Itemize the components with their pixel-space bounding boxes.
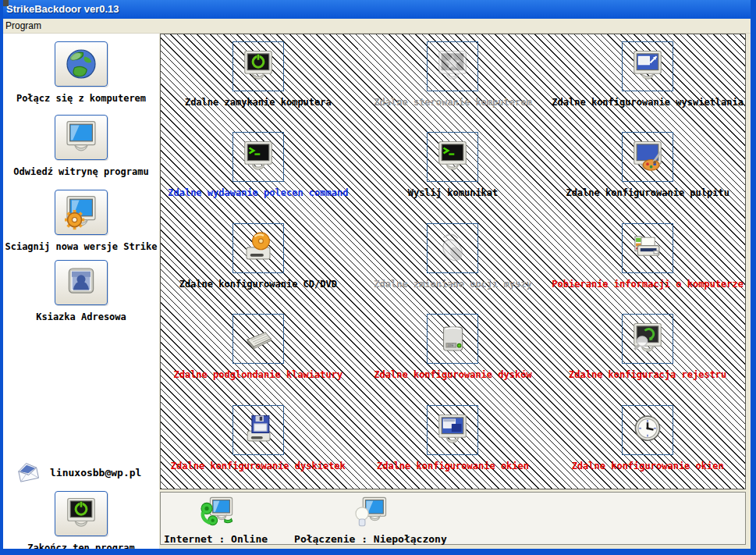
title-bar[interactable]: StrikeBackdoor ver0.13 [0,0,756,19]
feature-button[interactable] [427,223,478,273]
feature-button[interactable] [622,314,673,364]
sidebar-button[interactable] [55,41,108,87]
keyboard-icon [240,321,276,357]
sidebar-item-label: Połącz się z komputerem [16,93,146,104]
sidebar-item: Sciagnij nowa wersje Strike [3,190,159,252]
grid-item: IDEZdalne konfigurowanie dysków [356,307,551,397]
feature-button[interactable] [622,405,673,455]
exit-program-button[interactable] [55,491,108,536]
printer-icon [630,230,665,266]
grid-item: Zdalne konfigurowanie pulpitu [550,125,745,215]
sidebar-button[interactable] [55,115,108,160]
feature-label: Zdalne konfiguracja rejestru [569,369,726,380]
feature-button[interactable] [232,223,284,273]
feature-button[interactable] [427,132,478,182]
email-address: linuxosbb@wp.pl [50,467,141,479]
features-grid: Zdalne zamykanie komputeraZdalne sterowa… [160,34,746,489]
globe-icon [62,45,100,83]
feature-button[interactable] [622,132,673,182]
monitor-power-icon [240,48,276,84]
feature-button[interactable] [232,132,284,182]
exit-program-label: Zakończ ten program [27,543,134,553]
grid-item: Zdalne podglondanie klawiatury [161,307,356,397]
feature-button[interactable] [232,41,284,91]
sidebar-item-label: Sciagnij nowa wersje Strike [5,241,157,252]
grid-item: Zdalne konfigurowanie CD/DVD [161,216,356,307]
sidebar-button[interactable] [55,190,108,235]
window-title: StrikeBackdoor ver0.13 [6,3,119,15]
svg-text:IDE: IDE [448,344,455,348]
sidebar-item-exit: Zakończ ten program [3,491,159,553]
monitor-registry-icon [630,321,665,357]
feature-button[interactable] [232,314,284,364]
status-item: Połączenie : Niepołączony [294,494,447,545]
app-window: StrikeBackdoor ver0.13 Program Połącz si… [0,0,756,555]
cdrom-icon [240,230,276,266]
grid-item: Zdalne sterowanie komputerem [356,34,551,125]
grid-item: Zdalne konfigurowanie dyskietek [161,398,356,489]
grid-item: Zdalne konfigurowanie okien [356,398,551,489]
feature-label: Zdalne zamykanie komputera [185,97,332,108]
monitor-star-icon [435,48,470,84]
monitor-gear-icon [62,194,100,231]
feature-button[interactable] [427,41,478,91]
feature-label: Zdalne konfigurowanie CD/DVD [179,279,337,290]
feature-button[interactable] [232,405,284,455]
status-label: Internet : Online [164,533,268,545]
feature-label: Zdalne konfigurowanie dyskietek [171,461,346,471]
floppy-icon [240,412,276,448]
monitor-window-icon [435,412,470,448]
grid-item: Zdalne zmieniane opcji myszy [356,216,551,307]
monitor-display-icon [630,48,665,84]
feature-label: Zdalne wydawanie polecen command [168,187,348,198]
window-icon [2,0,9,6]
sidebar-item: Odwiedź witrynę programu [3,115,159,177]
sidebar-item: Połącz się z komputerem [3,41,159,104]
monitor-paint-icon [630,139,665,175]
feature-label: Zdalne konfigurowanie wyswietlania [552,97,744,108]
sidebar-item-label: Odwiedź witrynę programu [13,166,148,177]
feature-label: Zdalne konfigurowanie okien [377,461,529,471]
address-book-icon [62,264,100,301]
main-area: Zdalne zamykanie komputeraZdalne sterowa… [159,34,751,549]
status-bar: Internet : OnlinePołączenie : Niepołączo… [160,492,746,545]
grid-item: Pobieranie informacji o komputerze [550,216,745,307]
clock-icon [630,412,665,448]
menu-bar: Program [0,19,756,34]
sidebar-item-label: Ksiazka Adresowa [36,311,126,322]
monitor-terminal-icon [240,139,276,175]
feature-label: Pobieranie informacji o komputerze [552,279,744,290]
sidebar-item: Ksiazka Adresowa [3,260,159,322]
grid-item: Zdalne konfigurowanie wyswietlania [550,34,745,125]
feature-button[interactable]: IDE [427,314,478,364]
grid-item: Zdalne konfiguracja rejestru [550,307,745,397]
sidebar-button[interactable] [55,260,108,305]
phone-monitor-icon [197,494,236,533]
bulb-monitor-icon [351,494,390,533]
feature-label: Zdalne konfigurowanie pulpitu [566,187,729,198]
feature-label: Zdalne podglondanie klawiatury [173,369,343,380]
status-item: Internet : Online [164,494,268,545]
feature-label: Zdalne zmieniane opcji myszy [374,279,531,290]
monitor-power-icon [63,496,99,532]
content-area: Połącz się z komputeremOdwiedź witrynę p… [3,34,751,549]
monitor-icon [62,119,100,156]
mouse-icon [435,230,470,266]
status-label: Połączenie : Niepołączony [294,533,447,545]
harddisk-icon: IDE [435,321,470,357]
grid-item: Wyslij komunikat [356,125,551,215]
monitor-terminal-icon [435,139,470,175]
menu-item-program[interactable]: Program [0,19,47,33]
grid-item: Zdalne konfigurowanie okien [550,398,745,489]
sidebar: Połącz się z komputeremOdwiedź witrynę p… [3,34,159,549]
feature-label: Zdalne konfigurowanie dysków [374,369,531,380]
feature-button[interactable] [622,41,673,91]
feature-label: Wyslij komunikat [408,187,499,198]
feature-button[interactable] [427,405,478,455]
grid-item: Zdalne zamykanie komputera [161,34,356,125]
envelope-icon [14,458,42,486]
feature-label: Zdalne sterowanie komputerem [374,97,531,108]
email-row: linuxosbb@wp.pl [14,458,141,486]
feature-label: Zdalne konfigurowanie okien [572,461,724,471]
feature-button[interactable] [622,223,673,273]
